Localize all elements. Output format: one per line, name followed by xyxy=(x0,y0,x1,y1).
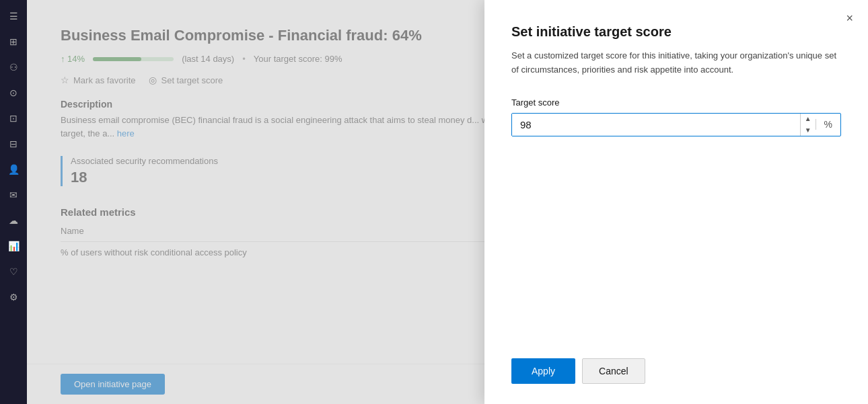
percent-label: % xyxy=(816,119,840,130)
target-score-input-row: ▲ ▼ % xyxy=(511,113,841,136)
spinner-up-button[interactable]: ▲ xyxy=(801,114,816,125)
close-button[interactable]: × xyxy=(842,9,857,27)
people-icon[interactable]: ⚇ xyxy=(3,56,24,78)
mail-icon[interactable]: ✉ xyxy=(3,184,24,206)
set-target-panel: × Set initiative target score Set a cust… xyxy=(484,0,868,404)
list-icon[interactable]: ⊟ xyxy=(3,133,24,155)
home-icon[interactable]: ⊞ xyxy=(3,31,24,52)
main-content: Business Email Compromise - Financial fr… xyxy=(27,0,868,404)
device-icon[interactable]: ⊡ xyxy=(3,108,24,129)
panel-title: Set initiative target score xyxy=(511,24,841,40)
cloud-icon[interactable]: ☁ xyxy=(3,210,24,231)
user-icon[interactable]: 👤 xyxy=(3,159,24,180)
cancel-button[interactable]: Cancel xyxy=(582,358,645,384)
sidebar: ☰ ⊞ ⚇ ⊙ ⊡ ⊟ 👤 ✉ ☁ 📊 ♡ ⚙ xyxy=(0,0,27,404)
target-score-input[interactable] xyxy=(512,114,800,136)
settings-icon[interactable]: ⚙ xyxy=(3,286,24,308)
clock-icon[interactable]: ⊙ xyxy=(3,82,24,104)
heart-icon[interactable]: ♡ xyxy=(3,261,24,282)
target-score-label: Target score xyxy=(511,97,841,108)
panel-description: Set a customized target score for this i… xyxy=(511,49,841,77)
spinner-down-button[interactable]: ▼ xyxy=(801,124,816,136)
apply-button[interactable]: Apply xyxy=(511,358,575,384)
chart-icon[interactable]: 📊 xyxy=(3,235,24,257)
panel-actions: Apply Cancel xyxy=(511,345,841,384)
spinner-controls: ▲ ▼ xyxy=(800,114,816,136)
menu-icon[interactable]: ☰ xyxy=(3,5,24,27)
